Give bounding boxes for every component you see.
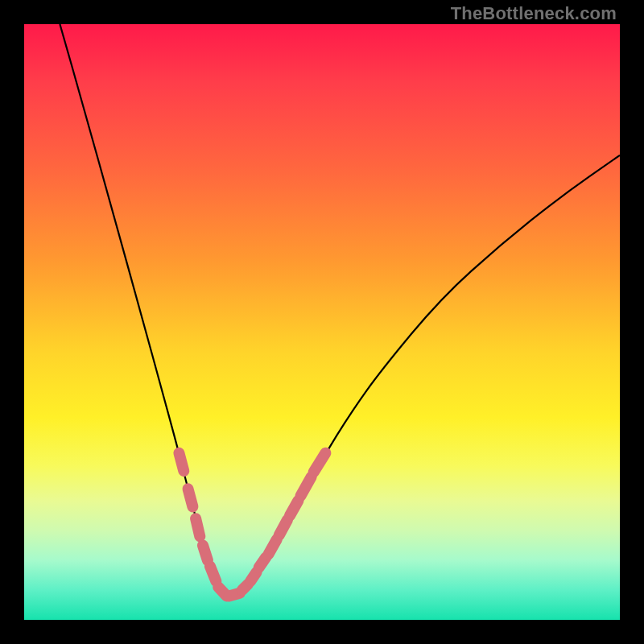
bead-segment: [250, 572, 256, 581]
watermark-label: TheBottleneck.com: [451, 3, 617, 24]
bead-segment: [188, 489, 193, 506]
bead-segment: [314, 453, 326, 473]
bead-segment: [268, 539, 276, 555]
bead-segment: [300, 477, 311, 496]
bead-segment: [210, 566, 216, 581]
curve-svg: [24, 24, 620, 620]
bead-segment: [196, 518, 200, 536]
plot-area: [24, 24, 620, 620]
bead-segment: [179, 453, 184, 471]
bottleneck-curve: [60, 24, 620, 596]
chart-frame: TheBottleneck.com: [0, 0, 644, 644]
bead-overlay-group: [179, 453, 325, 597]
bead-segment: [259, 557, 266, 568]
bead-segment: [279, 520, 287, 535]
bead-segment: [290, 501, 298, 516]
bead-segment: [203, 546, 208, 561]
